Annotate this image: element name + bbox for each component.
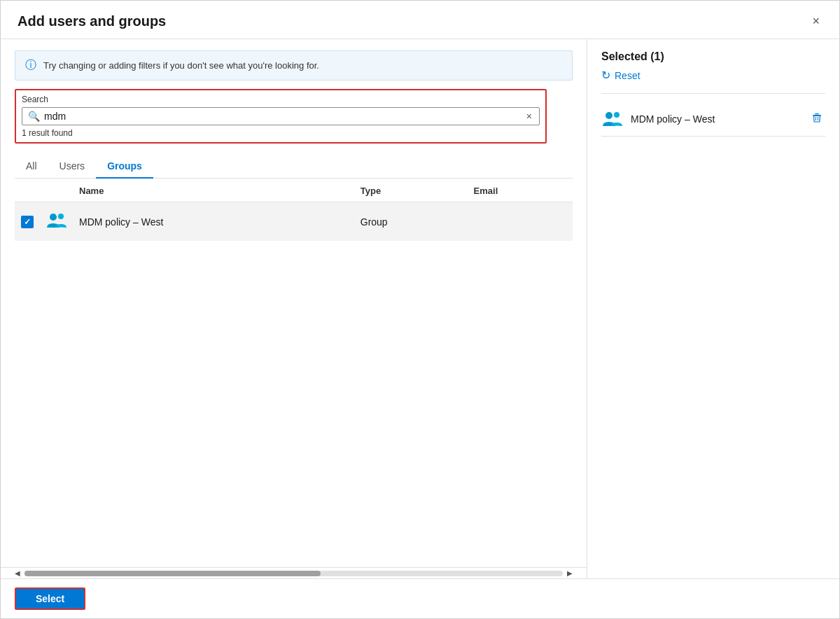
- scroll-thumb: [24, 571, 321, 576]
- search-result-count: 1 result found: [22, 128, 540, 138]
- tab-all[interactable]: All: [15, 155, 48, 179]
- row-name: MDM policy – West: [74, 202, 355, 242]
- tab-groups[interactable]: Groups: [96, 155, 153, 179]
- dialog-title: Add users and groups: [18, 13, 166, 29]
- svg-rect-5: [815, 113, 819, 114]
- search-icon: 🔍: [28, 111, 40, 122]
- selected-item-row: MDM policy – West: [601, 102, 825, 137]
- reset-label: Reset: [615, 70, 640, 81]
- results-table: Name Type Email: [15, 179, 573, 241]
- row-checkbox[interactable]: [21, 216, 34, 228]
- svg-point-0: [50, 214, 57, 221]
- search-clear-button[interactable]: ×: [525, 111, 533, 122]
- delete-selected-item-button[interactable]: [808, 111, 825, 127]
- reset-button[interactable]: ↻ Reset: [601, 69, 825, 82]
- scroll-left-arrow[interactable]: ◀: [15, 569, 20, 577]
- dialog-body: ⓘ Try changing or adding filters if you …: [1, 39, 839, 578]
- search-label: Search: [22, 95, 540, 104]
- tab-users[interactable]: Users: [48, 155, 97, 179]
- selected-item-avatar-icon: [601, 108, 624, 130]
- info-banner: ⓘ Try changing or adding filters if you …: [15, 50, 573, 81]
- selected-divider: [601, 93, 825, 94]
- svg-point-2: [606, 112, 612, 119]
- col-name: Name: [74, 179, 355, 202]
- col-checkbox: [15, 179, 40, 202]
- right-panel: Selected (1) ↻ Reset MDM policy – West: [587, 39, 839, 578]
- close-button[interactable]: ×: [809, 12, 822, 30]
- selected-header: Selected (1): [601, 50, 825, 63]
- svg-point-1: [58, 214, 64, 219]
- table-container: Name Type Email: [15, 179, 573, 567]
- row-checkbox-cell: [15, 202, 40, 242]
- reset-icon: ↻: [601, 69, 610, 82]
- group-avatar-icon: [46, 209, 68, 232]
- info-icon: ⓘ: [25, 58, 36, 73]
- left-panel: ⓘ Try changing or adding filters if you …: [1, 39, 587, 578]
- dialog-footer: Select: [1, 578, 839, 618]
- svg-point-3: [614, 112, 620, 118]
- col-type: Type: [355, 179, 468, 202]
- col-avatar: [40, 179, 74, 202]
- search-input[interactable]: [44, 111, 525, 122]
- trash-icon: [811, 112, 822, 123]
- row-type: Group: [355, 202, 468, 242]
- row-email: [468, 202, 573, 242]
- row-avatar-cell: [40, 202, 74, 242]
- add-users-dialog: Add users and groups × ⓘ Try changing or…: [0, 0, 840, 619]
- search-section: Search 🔍 × 1 result found: [15, 89, 547, 144]
- selected-item-name: MDM policy – West: [631, 113, 802, 125]
- select-button[interactable]: Select: [15, 587, 85, 610]
- col-email: Email: [468, 179, 573, 202]
- scrollbar-row: ◀ ▶: [1, 567, 587, 578]
- scroll-right-arrow[interactable]: ▶: [567, 569, 573, 577]
- table-row[interactable]: MDM policy – West Group: [15, 202, 573, 242]
- scroll-track[interactable]: [24, 571, 563, 576]
- info-banner-text: Try changing or adding filters if you do…: [43, 60, 319, 71]
- dialog-header: Add users and groups ×: [1, 1, 839, 39]
- search-input-row: 🔍 ×: [22, 107, 540, 125]
- tabs-row: All Users Groups: [15, 155, 573, 179]
